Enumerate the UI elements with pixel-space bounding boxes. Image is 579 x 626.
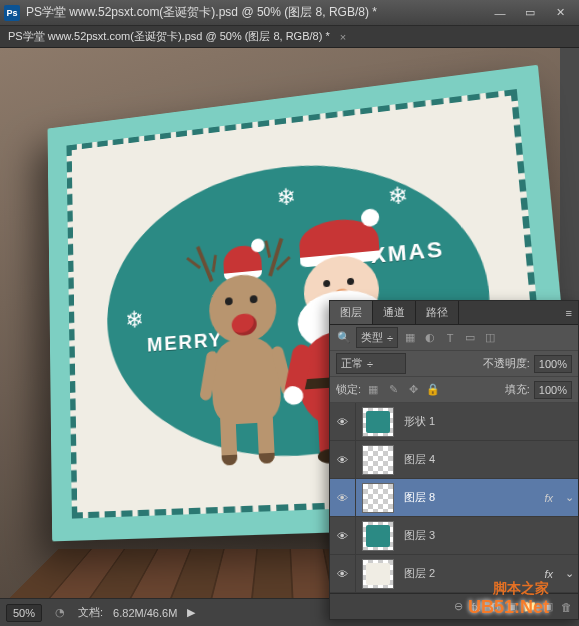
layer-row[interactable]: 👁 图层 8 fx⌄: [330, 479, 578, 517]
layer-name[interactable]: 图层 8: [400, 490, 536, 505]
filter-pixel-icon[interactable]: ▦: [402, 330, 418, 346]
lock-label: 锁定:: [336, 382, 361, 397]
panel-menu-icon[interactable]: ≡: [560, 307, 578, 319]
layer-mask-icon[interactable]: ◐: [486, 599, 502, 615]
minimize-button[interactable]: —: [485, 3, 515, 23]
visibility-toggle[interactable]: 👁: [330, 441, 356, 478]
doc-size-label: 文档:: [78, 605, 103, 620]
tab-layers[interactable]: 图层: [330, 301, 373, 324]
tab-channels[interactable]: 通道: [373, 301, 416, 324]
chevron-down-icon[interactable]: ⌄: [561, 567, 578, 580]
panel-tab-bar: 图层 通道 路径 ≡: [330, 301, 578, 325]
zoom-level[interactable]: 50%: [6, 604, 42, 622]
window-titlebar: Ps PS学堂 www.52psxt.com(圣诞贺卡).psd @ 50% (…: [0, 0, 579, 26]
doc-size-value: 6.82M/46.6M: [113, 607, 177, 619]
filter-kind-icon[interactable]: 🔍: [336, 330, 352, 346]
panel-footer: ⊖ fx ◐ ▣ 📁 ▣ 🗑: [330, 593, 578, 619]
snowflake-icon: ❄: [276, 183, 297, 212]
layer-thumbnail[interactable]: [362, 407, 394, 437]
filter-row: 🔍 类型÷ ▦ ◐ T ▭ ◫: [330, 325, 578, 351]
status-icon[interactable]: ◔: [52, 605, 68, 621]
layer-list[interactable]: 👁 形状 1 👁 图层 4 👁 图层 8 fx⌄👁 图层 3 👁 图层 2 fx…: [330, 403, 578, 593]
document-tab-close[interactable]: ×: [340, 31, 346, 43]
lock-all-icon[interactable]: 🔒: [425, 382, 441, 398]
blend-mode-select[interactable]: 正常÷: [336, 353, 406, 374]
chevron-down-icon[interactable]: ⌄: [561, 491, 578, 504]
lock-transparent-icon[interactable]: ▦: [365, 382, 381, 398]
status-arrow-icon[interactable]: ▶: [187, 606, 195, 619]
tab-paths[interactable]: 路径: [416, 301, 459, 324]
layer-name[interactable]: 图层 3: [400, 528, 578, 543]
document-tab[interactable]: PS学堂 www.52psxt.com(圣诞贺卡).psd @ 50% (图层 …: [0, 26, 579, 48]
delete-layer-icon[interactable]: 🗑: [558, 599, 574, 615]
visibility-toggle[interactable]: 👁: [330, 517, 356, 554]
new-group-icon[interactable]: 📁: [522, 599, 538, 615]
layer-name[interactable]: 形状 1: [400, 414, 578, 429]
fill-label: 填充:: [505, 382, 530, 397]
maximize-button[interactable]: ▭: [515, 3, 545, 23]
layers-panel: 图层 通道 路径 ≡ 🔍 类型÷ ▦ ◐ T ▭ ◫ 正常÷ 不透明度: 100…: [329, 300, 579, 620]
layer-name[interactable]: 图层 4: [400, 452, 578, 467]
layer-row[interactable]: 👁 形状 1: [330, 403, 578, 441]
layer-thumbnail[interactable]: [362, 521, 394, 551]
layer-row[interactable]: 👁 图层 3: [330, 517, 578, 555]
layer-fx-badge[interactable]: fx: [536, 492, 561, 504]
filter-kind-select[interactable]: 类型÷: [356, 327, 398, 348]
filter-shape-icon[interactable]: ▭: [462, 330, 478, 346]
filter-smart-icon[interactable]: ◫: [482, 330, 498, 346]
lock-row: 锁定: ▦ ✎ ✥ 🔒 填充: 100%: [330, 377, 578, 403]
layer-thumbnail[interactable]: [362, 483, 394, 513]
link-layers-icon[interactable]: ⊖: [450, 599, 466, 615]
blend-row: 正常÷ 不透明度: 100%: [330, 351, 578, 377]
new-layer-icon[interactable]: ▣: [540, 599, 556, 615]
new-adjustment-icon[interactable]: ▣: [504, 599, 520, 615]
filter-adjust-icon[interactable]: ◐: [422, 330, 438, 346]
visibility-toggle[interactable]: 👁: [330, 555, 356, 592]
filter-type-icon[interactable]: T: [442, 330, 458, 346]
visibility-toggle[interactable]: 👁: [330, 479, 356, 516]
layer-thumbnail[interactable]: [362, 445, 394, 475]
layer-fx-badge[interactable]: fx: [536, 568, 561, 580]
opacity-label: 不透明度:: [483, 356, 530, 371]
app-icon: Ps: [4, 5, 20, 21]
close-button[interactable]: ✕: [545, 3, 575, 23]
layer-fx-icon[interactable]: fx: [468, 599, 484, 615]
visibility-toggle[interactable]: 👁: [330, 403, 356, 440]
layer-thumbnail[interactable]: [362, 559, 394, 589]
opacity-value[interactable]: 100%: [534, 355, 572, 373]
fill-value[interactable]: 100%: [534, 381, 572, 399]
document-tab-label: PS学堂 www.52psxt.com(圣诞贺卡).psd @ 50% (图层 …: [8, 29, 330, 44]
lock-move-icon[interactable]: ✥: [405, 382, 421, 398]
layer-row[interactable]: 👁 图层 4: [330, 441, 578, 479]
window-title: PS学堂 www.52psxt.com(圣诞贺卡).psd @ 50% (图层 …: [26, 4, 485, 21]
snowflake-icon: ❄: [125, 306, 144, 334]
layer-row[interactable]: 👁 图层 2 fx⌄: [330, 555, 578, 593]
lock-brush-icon[interactable]: ✎: [385, 382, 401, 398]
layer-name[interactable]: 图层 2: [400, 566, 536, 581]
